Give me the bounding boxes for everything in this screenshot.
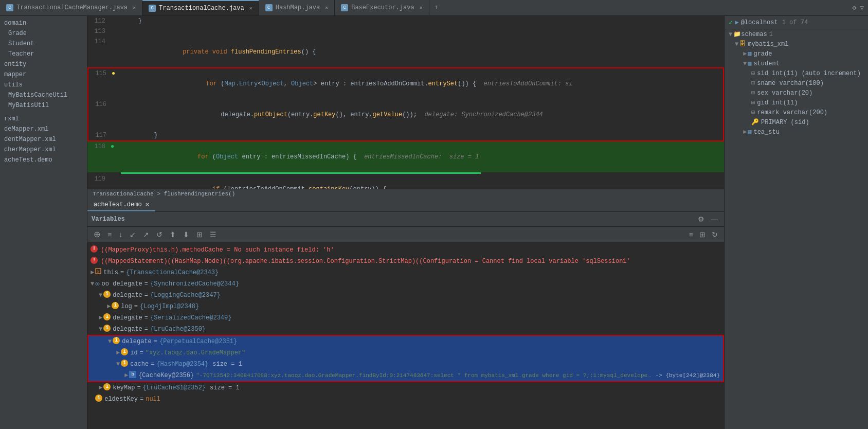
sidebar: domain Grade Student Teacher entity mapp… xyxy=(0,16,87,429)
debug-var-cache[interactable]: ▼ i cache = {HashMap@2354} size = 1 xyxy=(88,359,723,370)
breadcrumb-bar: TransactionalCache > flushPendingEntries… xyxy=(87,189,724,199)
debug-grid-btn[interactable]: ⊞ xyxy=(194,229,205,240)
col-sname-icon: ⊞ xyxy=(751,79,755,87)
code-container[interactable]: 112 } 113 114 private void flushPendingE… xyxy=(87,16,724,189)
schemas-count: 1 xyxy=(769,31,773,38)
main-area: domain Grade Student Teacher entity mapp… xyxy=(0,16,868,429)
db-key-primary: 🔑 PRIMARY (sid) xyxy=(725,117,868,127)
col-sid-icon: ⊞ xyxy=(751,69,755,77)
sidebar-item-mapper[interactable]: mapper xyxy=(0,69,87,80)
debug-step-btn2[interactable]: ≡ xyxy=(105,229,114,240)
debug-step-btn8[interactable]: ⬇ xyxy=(181,229,191,240)
debug-error-row-1[interactable]: ! ((MapperProxy)this.h).methodCache = No… xyxy=(87,244,724,256)
debug-panel-title: Variables xyxy=(92,216,125,223)
sidebar-item-achetest[interactable]: acheTest.demo xyxy=(0,155,87,165)
sidebar-item-entity[interactable]: entity xyxy=(0,59,87,69)
tab-bar: C TransactionalCacheManager.java ✕ C Tra… xyxy=(0,0,868,16)
connection-label: @localhost xyxy=(741,19,778,26)
primary-key-icon: 🔑 xyxy=(751,118,759,126)
debug-var-oo-delegate[interactable]: ▼ ∞ oo delegate = {SynchronizedCache@234… xyxy=(87,278,724,290)
debug-step-into[interactable]: ↙ xyxy=(128,229,138,240)
debug-right-btn2[interactable]: ⊞ xyxy=(697,229,708,240)
db-col-sid: ⊞ sid int(11) (auto increment) xyxy=(725,68,868,78)
code-line-112: 112 } xyxy=(87,16,724,26)
db-student-row[interactable]: ▼ ▦ student xyxy=(725,59,868,68)
sidebar-item-mybatiscacheutil[interactable]: MyBatisCacheUtil xyxy=(0,90,87,100)
sidebar-item-mybatisutil[interactable]: MyBatisUtil xyxy=(0,100,87,111)
tab-transactional-cache[interactable]: C TransactionalCache.java ✕ xyxy=(142,0,259,15)
tab-close-be[interactable]: ✕ xyxy=(420,5,423,11)
debug-error-row-2[interactable]: ! ((MappedStatement)((HashMap.Node)((org… xyxy=(87,256,724,267)
connection-count: 1 of 74 xyxy=(782,19,808,26)
db-col-sname: ⊞ sname varchar(100) xyxy=(725,78,868,88)
code-line-118: 118 ● for (Object entry : entriesMissedI… xyxy=(87,141,724,172)
debug-step-over[interactable]: ↓ xyxy=(117,229,124,240)
tab-transactional-cache-manager[interactable]: C TransactionalCacheManager.java ✕ xyxy=(0,0,142,15)
info-icon-1: i xyxy=(103,291,111,298)
debug-right-btn3[interactable]: ↻ xyxy=(710,229,720,240)
sidebar-item-dentmapper[interactable]: dentMapper.xml xyxy=(0,134,87,145)
connection-icon: ▶ xyxy=(735,19,738,26)
tab-close-tc[interactable]: ✕ xyxy=(249,5,252,11)
toolbar-settings-icon[interactable]: ⚙ xyxy=(853,4,856,12)
debug-var-log[interactable]: ► i log = {Log4jImpl@2348} xyxy=(87,301,724,312)
debug-right-btn1[interactable]: ≡ xyxy=(687,229,695,240)
debug-step-btn7[interactable]: ⬆ xyxy=(168,229,178,240)
tab-hashmap[interactable]: C HashMap.java ✕ xyxy=(259,0,335,15)
info-icon-2: i xyxy=(112,302,119,309)
debug-var-delegate-logging[interactable]: ▼ i delegate = {LoggingCache@2347} xyxy=(87,290,724,301)
debug-minimize-btn[interactable]: — xyxy=(709,214,720,224)
debug-settings-btn[interactable]: ⚙ xyxy=(696,214,707,224)
debug-var-delegate-serialized[interactable]: ► i delegate = {SerializedCache@2349} xyxy=(87,312,724,324)
debug-var-keymap[interactable]: ► i keyMap = {LruCache$1@2352} size = 1 xyxy=(87,382,724,394)
tab-icon-tc: C xyxy=(149,5,156,12)
col-sex-icon: ⊞ xyxy=(751,89,755,97)
col-remark-icon: ⊞ xyxy=(751,109,755,116)
sidebar-item-student[interactable]: Student xyxy=(0,39,87,49)
sidebar-item-domain[interactable]: domain xyxy=(0,18,87,28)
debug-var-eldestkey[interactable]: ► i eldestKey = null xyxy=(87,394,724,405)
code-line-113: 113 xyxy=(87,26,724,37)
tab-icon-hm: C xyxy=(265,4,273,11)
sidebar-item-grade[interactable]: Grade xyxy=(0,28,87,39)
sub-tab-bar: acheTest.demo ✕ xyxy=(87,199,724,212)
db-schemas-row[interactable]: ▼ 📁 schemas 1 xyxy=(725,29,868,39)
tab-close-hm[interactable]: ✕ xyxy=(325,5,328,11)
sidebar-item-teacher[interactable]: Teacher xyxy=(0,49,87,59)
debug-step-out[interactable]: ↗ xyxy=(141,229,151,240)
code-line-119: 119 if (!entriesToAddOnCommit.containsKe… xyxy=(87,174,724,189)
debug-var-cachekey[interactable]: ► b {CacheKey@2356} "-70713542:340841708… xyxy=(88,370,723,381)
debug-content[interactable]: ! ((MapperProxy)this.h).methodCache = No… xyxy=(87,242,724,429)
tab-add-button[interactable]: + xyxy=(429,2,443,13)
grade-table-icon: ▦ xyxy=(748,50,751,58)
db-grade-row[interactable]: ► ▦ grade xyxy=(725,49,868,59)
info-icon-9: i xyxy=(95,395,102,402)
db-col-remark: ⊞ remark varchar(200) xyxy=(725,108,868,117)
debug-step-btn1[interactable]: ⊕ xyxy=(92,228,102,240)
sidebar-item-demapper[interactable]: deMapper.xml xyxy=(0,124,87,134)
sidebar-item-chermapper[interactable]: cherMapper.xml xyxy=(0,145,87,155)
db-mybatis-xml-row[interactable]: ▼ 🗄 mybatis_xml xyxy=(725,39,868,49)
code-line-114: 114 private void flushPendingEntries() { xyxy=(87,37,724,67)
error-icon-1: ! xyxy=(91,245,98,253)
error-icon-2: ! xyxy=(91,257,98,264)
tab-base-executor[interactable]: C BaseExecutor.java ✕ xyxy=(335,0,429,15)
debug-list-btn[interactable]: ☰ xyxy=(208,229,219,240)
tab-close-tcm[interactable]: ✕ xyxy=(133,5,136,11)
sidebar-item-rxml[interactable]: rxml xyxy=(0,114,87,124)
tab-icon-be: C xyxy=(341,4,348,11)
debug-var-delegate-lru[interactable]: ▼ i delegate = {LruCache@2350} xyxy=(87,324,724,335)
col-gid-icon: ⊞ xyxy=(751,99,755,106)
sidebar-item-utils[interactable]: utils xyxy=(0,80,87,90)
debug-var-delegate-perpetual[interactable]: ▼ i delegate = {PerpetualCache@2351} xyxy=(88,336,723,347)
debug-step-btn6[interactable]: ↺ xyxy=(154,229,165,240)
db-col-gid: ⊞ gid int(11) xyxy=(725,98,868,108)
toolbar-filter-icon[interactable]: ▽ xyxy=(860,4,864,12)
db-tea-stu-row[interactable]: ► ▦ tea_stu xyxy=(725,127,868,137)
debug-var-id[interactable]: ► i id = "xyz.taoqz.dao.GradeMapper" xyxy=(88,347,723,359)
debug-var-this[interactable]: ► b this = {TransactionalCache@2343} xyxy=(87,267,724,278)
debug-toolbar: Variables ⚙ — xyxy=(87,212,724,227)
db-col-sex: ⊞ sex varchar(20) xyxy=(725,88,868,98)
info-icon-3: i xyxy=(103,313,111,320)
sub-tab-cachetest[interactable]: acheTest.demo ✕ xyxy=(87,199,155,211)
